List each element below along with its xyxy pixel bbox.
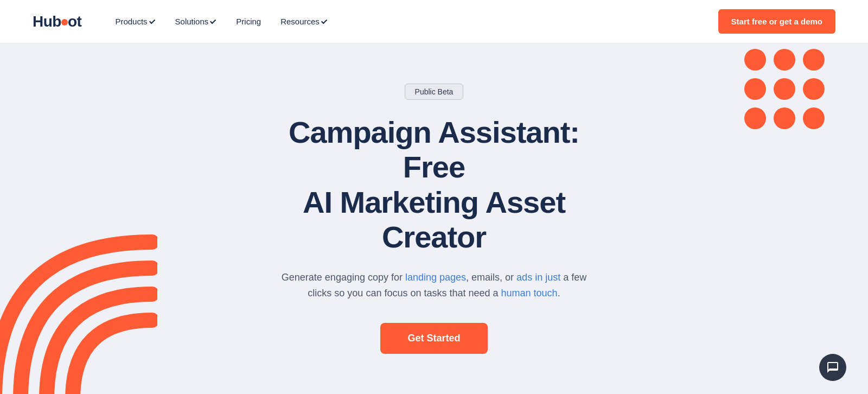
nav-products-label: Products — [115, 17, 147, 26]
dot-grid-decoration — [744, 49, 825, 129]
nav-item-products[interactable]: Products — [107, 12, 163, 30]
nav-item-resources[interactable]: Resources — [273, 12, 335, 30]
dot — [803, 107, 825, 129]
nav-resources-label: Resources — [280, 17, 320, 26]
rainbow-decoration — [0, 231, 157, 394]
hero-section: Public Beta Campaign Assistant: Free AI … — [0, 43, 868, 394]
nav-item-pricing[interactable]: Pricing — [228, 12, 269, 30]
chevron-down-icon — [321, 17, 327, 23]
hero-title-line1: Campaign Assistant: Free — [289, 115, 579, 184]
logo-text: Hubot — [33, 13, 81, 30]
chat-icon — [826, 361, 839, 374]
chevron-down-icon — [210, 17, 216, 23]
chat-bubble-button[interactable] — [819, 354, 846, 381]
hero-title-line3: Creator — [382, 220, 486, 254]
logo[interactable]: Hubot — [33, 13, 81, 30]
nav-links: Products Solutions Pricing Resources — [107, 12, 718, 30]
hero-title-line2: AI Marketing Asset — [303, 185, 565, 219]
ads-link[interactable]: ads in just — [516, 272, 560, 283]
landing-pages-link[interactable]: landing pages — [405, 272, 466, 283]
dot — [774, 107, 795, 129]
nav-solutions-label: Solutions — [175, 17, 209, 26]
navbar: Hubot Products Solutions Pricing Resourc… — [0, 0, 868, 43]
nav-item-solutions[interactable]: Solutions — [168, 12, 225, 30]
human-touch-link[interactable]: human touch — [501, 288, 558, 298]
hero-content: Public Beta Campaign Assistant: Free AI … — [244, 84, 624, 354]
logo-dot — [61, 19, 68, 26]
nav-cta-button[interactable]: Start free or get a demo — [718, 9, 835, 34]
hero-subtitle: Generate engaging copy for landing pages… — [271, 270, 597, 301]
dot — [744, 78, 766, 100]
rainbow-svg — [0, 231, 157, 394]
dot — [774, 49, 795, 71]
dot — [803, 49, 825, 71]
hero-cta-button[interactable]: Get Started — [380, 323, 487, 354]
nav-pricing-label: Pricing — [236, 17, 261, 26]
dot — [774, 78, 795, 100]
beta-badge: Public Beta — [405, 84, 464, 100]
hero-title: Campaign Assistant: Free AI Marketing As… — [255, 115, 613, 255]
dot — [803, 78, 825, 100]
dot — [744, 49, 766, 71]
dot — [744, 107, 766, 129]
chevron-down-icon — [149, 17, 155, 23]
